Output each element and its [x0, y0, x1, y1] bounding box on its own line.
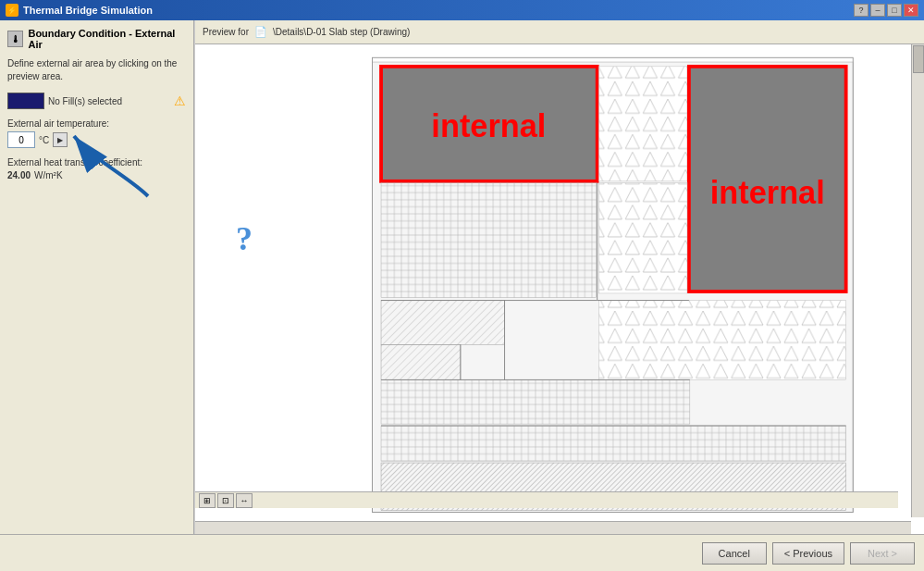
footer: Cancel < Previous Next >	[0, 534, 924, 571]
coeff-row: 24.00 W/m²K	[7, 170, 186, 180]
svg-rect-17	[381, 344, 461, 379]
window-title: Thermal Bridge Simulation	[23, 5, 153, 16]
preview-path: \Details\D-01 Slab step (Drawing)	[273, 27, 410, 37]
svg-rect-11	[599, 67, 687, 181]
fill-color-swatch[interactable]	[7, 93, 44, 109]
temp-row: °C ▶	[7, 131, 186, 148]
temp-label: External air temperature:	[7, 118, 186, 129]
fill-label: No Fill(s) selected	[48, 96, 170, 106]
svg-rect-18	[381, 379, 690, 424]
preview-header: Preview for 📄 \Details\D-01 Slab step (D…	[195, 20, 924, 44]
svg-text:internal: internal	[431, 108, 546, 143]
panel-title-text: Boundary Condition - External Air	[28, 28, 186, 50]
right-panel: Preview for 📄 \Details\D-01 Slab step (D…	[194, 20, 924, 534]
svg-rect-16	[381, 301, 505, 345]
bottom-toolbar: ⊞ ⊡ ↔	[195, 491, 898, 508]
preview-label: Preview for	[203, 27, 249, 37]
temp-input[interactable]	[7, 131, 35, 148]
drawing-area[interactable]: internal internal	[195, 44, 911, 521]
temp-unit: °C	[39, 135, 49, 145]
help-button[interactable]: ?	[854, 4, 869, 17]
title-bar: ⚡ Thermal Bridge Simulation ? – □ ✕	[0, 0, 924, 20]
next-button[interactable]: Next >	[850, 542, 915, 565]
coeff-value: 24.00	[7, 170, 31, 180]
panel-title: 🌡 Boundary Condition - External Air	[7, 28, 186, 50]
window-controls: ? – □ ✕	[854, 4, 918, 17]
close-button[interactable]: ✕	[904, 4, 918, 17]
svg-rect-19	[599, 301, 846, 380]
coeff-unit: W/m²K	[34, 170, 63, 180]
svg-rect-20	[381, 426, 846, 461]
play-button[interactable]: ▶	[53, 132, 68, 147]
warning-icon: ⚠	[174, 93, 186, 108]
left-panel: 🌡 Boundary Condition - External Air Defi…	[0, 20, 194, 534]
pan-button[interactable]: ↔	[236, 493, 253, 508]
svg-rect-14	[381, 183, 597, 298]
file-icon: 📄	[254, 26, 267, 38]
coeff-label: External heat transfer coefficient:	[7, 157, 186, 168]
previous-button[interactable]: < Previous	[772, 542, 844, 565]
fill-row: No Fill(s) selected ⚠	[7, 93, 186, 109]
main-layout: 🌡 Boundary Condition - External Air Defi…	[0, 20, 924, 534]
minimize-button[interactable]: –	[870, 4, 885, 17]
drawing-svg: internal internal	[195, 44, 911, 521]
svg-text:internal: internal	[710, 175, 825, 210]
scrollbar-thumb-v[interactable]	[913, 45, 924, 73]
boundary-icon: 🌡	[7, 31, 23, 47]
zoom-select-button[interactable]: ⊡	[217, 493, 234, 508]
cancel-button[interactable]: Cancel	[702, 542, 767, 565]
panel-description: Define external air area by clicking on …	[7, 57, 186, 83]
horizontal-scrollbar[interactable]	[195, 521, 911, 534]
zoom-fit-button[interactable]: ⊞	[199, 493, 216, 508]
maximize-button[interactable]: □	[887, 4, 902, 17]
app-icon: ⚡	[6, 4, 18, 17]
vertical-scrollbar[interactable]	[911, 44, 924, 517]
svg-rect-15	[599, 183, 687, 293]
